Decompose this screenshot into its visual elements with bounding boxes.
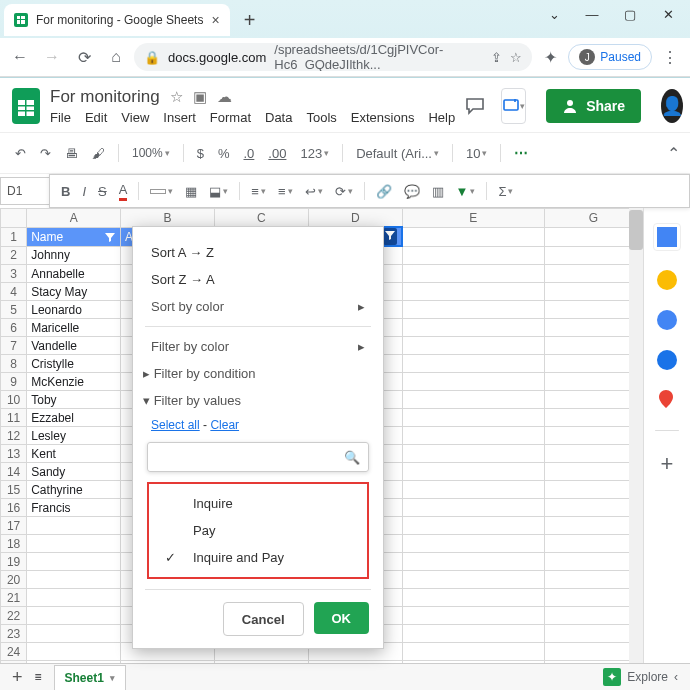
cell[interactable] xyxy=(402,373,544,391)
window-maximize-icon[interactable]: ▢ xyxy=(612,0,648,28)
italic-button[interactable]: I xyxy=(77,184,91,199)
number-format-button[interactable]: 123▾ xyxy=(295,146,334,161)
move-icon[interactable]: ▣ xyxy=(193,88,207,106)
percent-button[interactable]: % xyxy=(213,146,235,161)
cell[interactable] xyxy=(402,246,544,265)
menu-tools[interactable]: Tools xyxy=(306,110,336,125)
cell[interactable] xyxy=(402,283,544,301)
col-header[interactable]: E xyxy=(402,209,544,228)
cell[interactable] xyxy=(544,571,642,589)
font-size-select[interactable]: 10 ▾ xyxy=(461,146,492,161)
cell[interactable] xyxy=(27,571,121,589)
sort-za[interactable]: Sort Z → A xyxy=(133,266,383,293)
row-header[interactable]: 8 xyxy=(1,355,27,373)
sheet-tab[interactable]: Sheet1▾ xyxy=(54,665,126,690)
bookmark-icon[interactable]: ☆ xyxy=(510,50,522,65)
link-button[interactable]: 🔗 xyxy=(371,184,397,199)
cell[interactable]: Johnny xyxy=(27,246,121,265)
filter-search-input[interactable]: 🔍 xyxy=(147,442,369,472)
row-header[interactable]: 12 xyxy=(1,427,27,445)
explore-icon[interactable]: ✦ xyxy=(603,668,621,686)
cell[interactable] xyxy=(402,319,544,337)
account-avatar[interactable]: 👤 xyxy=(661,89,683,123)
cell[interactable] xyxy=(27,553,121,571)
extensions-icon[interactable]: ✦ xyxy=(536,48,564,67)
strikethrough-button[interactable]: S xyxy=(93,184,112,199)
cell[interactable] xyxy=(544,337,642,355)
valign-button[interactable]: ≡▾ xyxy=(273,184,298,199)
cell[interactable] xyxy=(402,535,544,553)
cell[interactable]: Toby xyxy=(27,391,121,409)
sort-by-color[interactable]: Sort by color▸ xyxy=(133,293,383,320)
col-header[interactable]: G xyxy=(544,209,642,228)
decrease-decimal-button[interactable]: .0 xyxy=(239,146,260,161)
cell[interactable] xyxy=(544,535,642,553)
maps-icon[interactable] xyxy=(657,390,677,410)
new-tab-button[interactable]: + xyxy=(236,9,264,32)
row-header[interactable]: 24 xyxy=(1,643,27,661)
calendar-icon[interactable] xyxy=(654,224,680,250)
window-minimize-icon[interactable]: — xyxy=(574,0,610,28)
comments-button[interactable] xyxy=(465,89,485,123)
cell[interactable] xyxy=(544,553,642,571)
cell[interactable] xyxy=(402,481,544,499)
cell[interactable] xyxy=(402,553,544,571)
cell[interactable] xyxy=(544,589,642,607)
add-addon-icon[interactable]: + xyxy=(657,451,677,471)
col-header[interactable]: B xyxy=(121,209,215,228)
present-button[interactable]: ▾ xyxy=(501,88,526,124)
chart-button[interactable]: ▥ xyxy=(427,184,449,199)
merge-button[interactable]: ⬓▾ xyxy=(204,184,233,199)
print-button[interactable]: 🖶 xyxy=(60,146,83,161)
cell[interactable] xyxy=(402,643,544,661)
cell[interactable] xyxy=(544,246,642,265)
collapse-toolbar-icon[interactable]: ⌃ xyxy=(667,144,680,163)
row-header[interactable]: 17 xyxy=(1,517,27,535)
cell[interactable] xyxy=(402,499,544,517)
row-header[interactable]: 10 xyxy=(1,391,27,409)
cell[interactable]: Cristylle xyxy=(27,355,121,373)
row-header[interactable]: 20 xyxy=(1,571,27,589)
cell[interactable] xyxy=(402,391,544,409)
row-header[interactable]: 18 xyxy=(1,535,27,553)
fill-color-button[interactable]: ▾ xyxy=(145,186,178,196)
row-header[interactable]: 11 xyxy=(1,409,27,427)
cell[interactable] xyxy=(544,607,642,625)
cell[interactable]: Maricelle xyxy=(27,319,121,337)
cell[interactable] xyxy=(27,643,121,661)
row-header[interactable]: 13 xyxy=(1,445,27,463)
cell[interactable] xyxy=(402,355,544,373)
cell[interactable]: Francis xyxy=(27,499,121,517)
clear-link[interactable]: Clear xyxy=(210,418,239,432)
zoom-select[interactable]: 100% ▾ xyxy=(127,146,175,160)
profile-chip[interactable]: J Paused xyxy=(568,44,652,70)
home-button[interactable]: ⌂ xyxy=(102,48,130,66)
paintformat-button[interactable]: 🖌 xyxy=(87,146,110,161)
menu-extensions[interactable]: Extensions xyxy=(351,110,415,125)
cell[interactable] xyxy=(544,445,642,463)
currency-button[interactable]: $ xyxy=(192,146,209,161)
row-header[interactable]: 3 xyxy=(1,265,27,283)
cell[interactable] xyxy=(402,445,544,463)
cell[interactable] xyxy=(402,517,544,535)
functions-button[interactable]: Σ▾ xyxy=(493,184,518,199)
all-sheets-button[interactable]: ≡ xyxy=(35,670,42,684)
borders-button[interactable]: ▦ xyxy=(180,184,202,199)
cell[interactable] xyxy=(544,625,642,643)
filter-by-values[interactable]: ▾ Filter by values xyxy=(133,387,383,414)
menu-data[interactable]: Data xyxy=(265,110,292,125)
menu-file[interactable]: File xyxy=(50,110,71,125)
sort-az[interactable]: Sort A → Z xyxy=(133,239,383,266)
chevron-down-icon[interactable]: ⌄ xyxy=(536,0,572,28)
cell[interactable] xyxy=(27,607,121,625)
cell[interactable] xyxy=(544,355,642,373)
star-icon[interactable]: ☆ xyxy=(170,88,183,106)
cell[interactable] xyxy=(402,265,544,283)
address-bar[interactable]: 🔒 docs.google.com/spreadsheets/d/1CgjPIV… xyxy=(134,43,532,71)
cell[interactable] xyxy=(27,589,121,607)
cell[interactable]: Annabelle xyxy=(27,265,121,283)
explore-label[interactable]: Explore xyxy=(627,670,668,684)
row-header[interactable]: 23 xyxy=(1,625,27,643)
col-header[interactable]: A xyxy=(27,209,121,228)
filter-by-color[interactable]: Filter by color▸ xyxy=(133,333,383,360)
